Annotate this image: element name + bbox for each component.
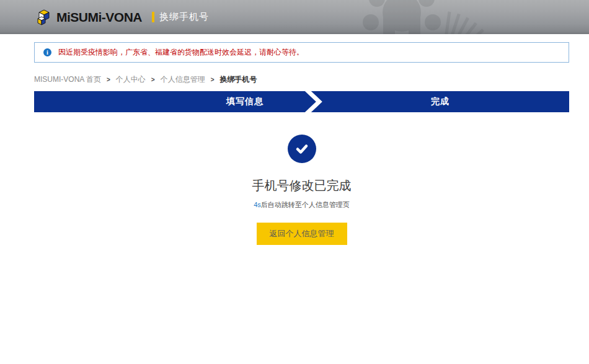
header-page-title: 换绑手机号 (159, 11, 209, 23)
breadcrumb-separator: > (151, 76, 155, 83)
breadcrumb-personal-center[interactable]: 个人中心 (116, 74, 146, 85)
return-button[interactable]: 返回个人信息管理 (257, 223, 347, 245)
notice-banner: i 因近期受疫情影响，广东省、福建省的货物配送时效会延迟，请耐心等待。 (34, 42, 569, 63)
step-fill-info: 填写信息 (34, 91, 316, 112)
check-icon (294, 141, 309, 156)
progress-steps: 填写信息 完成 (34, 91, 569, 112)
result-section: 手机号修改已完成 4s后自动跳转至个人信息管理页 返回个人信息管理 (34, 135, 569, 245)
step-fill-info-label: 填写信息 (226, 96, 264, 107)
breadcrumb: MISUMI-VONA 首页 > 个人中心 > 个人信息管理 > 换绑手机号 (34, 74, 569, 85)
step-complete-label: 完成 (431, 96, 450, 107)
brand-cube-icon (36, 8, 53, 26)
brand-logo[interactable]: MiSUMi-VONA (36, 8, 142, 26)
success-check-circle (288, 135, 316, 163)
brand-name: MiSUMi-VONA (56, 10, 142, 25)
breadcrumb-home[interactable]: MISUMI-VONA 首页 (34, 74, 101, 85)
redirect-text: 后自动跳转至个人信息管理页 (261, 201, 350, 208)
result-title: 手机号修改已完成 (34, 177, 569, 194)
header-title-group: 换绑手机号 (152, 11, 209, 23)
breadcrumb-personal-info[interactable]: 个人信息管理 (161, 74, 205, 85)
info-icon: i (43, 48, 51, 56)
breadcrumb-current-page: 换绑手机号 (220, 74, 257, 85)
redirect-countdown: 4s (254, 201, 261, 208)
redirect-note: 4s后自动跳转至个人信息管理页 (34, 200, 569, 210)
notice-text: 因近期受疫情影响，广东省、福建省的货物配送时效会延迟，请耐心等待。 (58, 47, 304, 58)
step-complete: 完成 (311, 91, 569, 112)
breadcrumb-separator: > (107, 76, 110, 83)
app-header: MiSUMi-VONA 换绑手机号 (0, 0, 589, 34)
title-accent-bar (152, 12, 154, 22)
breadcrumb-separator: > (211, 76, 215, 83)
